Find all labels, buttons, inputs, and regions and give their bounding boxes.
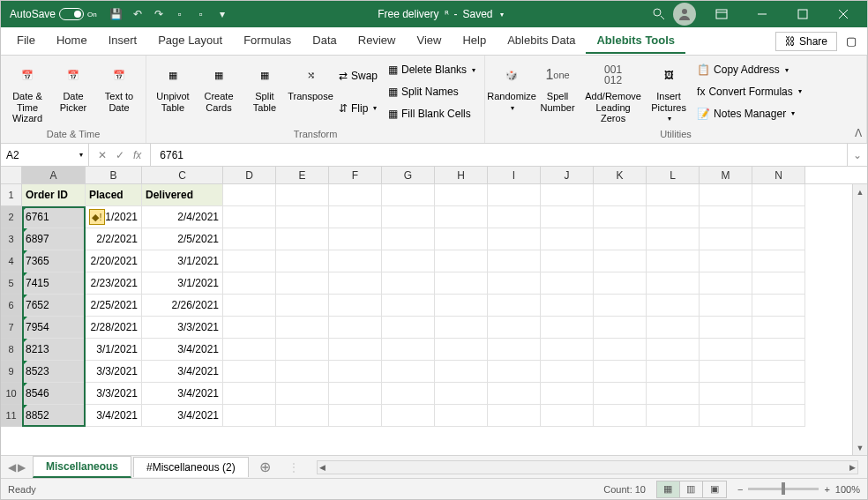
cell[interactable]: 7652 [22,295,86,317]
column-header[interactable]: D [223,167,276,183]
share-button[interactable]: ⛓Share [775,32,837,51]
cell[interactable]: 3/4/2021 [142,361,223,383]
tab-insert[interactable]: Insert [98,28,148,54]
cell[interactable] [435,272,488,295]
cell[interactable] [329,405,382,427]
zoom-slider[interactable] [748,488,819,490]
cell[interactable] [382,383,435,405]
cell[interactable] [329,339,382,361]
cell[interactable] [541,361,594,383]
column-header[interactable]: J [541,167,594,183]
delete-blanks-button[interactable]: ▦Delete Blanks▾ [385,62,479,78]
cell[interactable] [541,206,594,228]
account-icon[interactable] [673,3,696,26]
tab-file[interactable]: File [6,28,46,54]
cell[interactable] [382,361,435,383]
row-header[interactable]: 1 [1,184,22,206]
maximize-icon[interactable] [782,1,823,27]
cell[interactable] [647,361,700,383]
row-header[interactable]: 10 [1,383,22,405]
cell[interactable] [541,295,594,317]
cell[interactable] [594,206,647,228]
cell[interactable] [700,272,752,295]
close-icon[interactable] [823,1,864,27]
zoom-control[interactable]: − + 100% [737,484,860,495]
qat-more-icon[interactable]: ▾ [215,7,229,21]
cell[interactable]: 3/1/2021 [142,250,223,272]
cell[interactable]: 2/2/2021 [86,228,142,250]
row-header[interactable]: 3 [1,228,22,250]
cell[interactable] [435,317,488,339]
cell[interactable] [329,295,382,317]
cell[interactable] [276,405,329,427]
cell[interactable] [700,250,752,272]
cell[interactable] [700,206,752,228]
cell[interactable]: 2/28/2021 [86,317,142,339]
normal-view-icon[interactable]: ▦ [657,481,680,497]
search-icon[interactable] [652,7,666,21]
cell[interactable] [435,405,488,427]
cell[interactable] [488,228,541,250]
cell[interactable] [594,184,647,206]
cell[interactable] [647,272,700,295]
cell[interactable] [541,272,594,295]
cell[interactable] [435,295,488,317]
page-break-icon[interactable]: ▣ [703,481,726,497]
cell[interactable] [752,361,805,383]
cell[interactable] [752,272,805,295]
sheet-next-icon[interactable]: ▶ [18,461,26,474]
cell[interactable] [382,272,435,295]
collapse-ribbon-icon[interactable]: ᐱ [855,127,862,139]
cell[interactable] [276,250,329,272]
cell[interactable] [435,361,488,383]
notes-manager-button[interactable]: 📝Notes Manager▾ [693,106,805,122]
cell[interactable]: 2/26/2021 [142,295,223,317]
cell[interactable] [223,184,276,206]
comments-icon[interactable]: ▢ [841,31,862,51]
cell[interactable] [488,361,541,383]
cell[interactable] [752,405,805,427]
cell[interactable] [223,339,276,361]
cell[interactable] [223,228,276,250]
cell[interactable]: 3/3/2021 [86,383,142,405]
cell[interactable] [647,405,700,427]
cell[interactable] [488,339,541,361]
text-to-date-button[interactable]: 📅Text to Date [98,59,140,115]
column-header[interactable]: F [329,167,382,183]
enter-icon[interactable]: ✓ [116,149,124,161]
cell[interactable] [223,272,276,295]
cell[interactable] [276,339,329,361]
leading-zeros-button[interactable]: 001012Add/Remove Leading Zeros [582,59,644,126]
cell[interactable]: 8852 [22,405,86,427]
cell[interactable] [382,339,435,361]
cell[interactable] [223,206,276,228]
cell[interactable] [488,206,541,228]
tab-view[interactable]: View [406,28,452,54]
cell[interactable]: 8213 [22,339,86,361]
cell[interactable] [382,405,435,427]
horizontal-scrollbar[interactable]: ◀▶ [317,460,858,474]
column-header[interactable]: K [594,167,647,183]
row-header[interactable]: 2 [1,206,22,228]
cell[interactable] [329,361,382,383]
sheet-tab[interactable]: #Miscellaneous (2) [133,457,249,477]
autosave-toggle[interactable]: AutoSave On [4,8,102,20]
tab-formulas[interactable]: Formulas [233,28,302,54]
minimize-icon[interactable] [742,1,782,27]
zoom-out-icon[interactable]: − [737,484,743,495]
cell[interactable] [647,228,700,250]
cell[interactable] [276,184,329,206]
column-header[interactable]: M [700,167,752,183]
cell[interactable] [647,317,700,339]
cell[interactable] [752,206,805,228]
cell[interactable] [541,228,594,250]
split-names-button[interactable]: ▦Split Names [385,84,479,100]
cell[interactable] [382,184,435,206]
row-header[interactable]: 7 [1,317,22,339]
row-header[interactable]: 4 [1,250,22,272]
cell[interactable] [435,206,488,228]
vertical-scrollbar[interactable]: ▲ ▼ [852,184,867,455]
sheet-prev-icon[interactable]: ◀ [8,461,16,474]
cell[interactable]: 2/23/2021 [86,272,142,295]
cell[interactable] [752,184,805,206]
